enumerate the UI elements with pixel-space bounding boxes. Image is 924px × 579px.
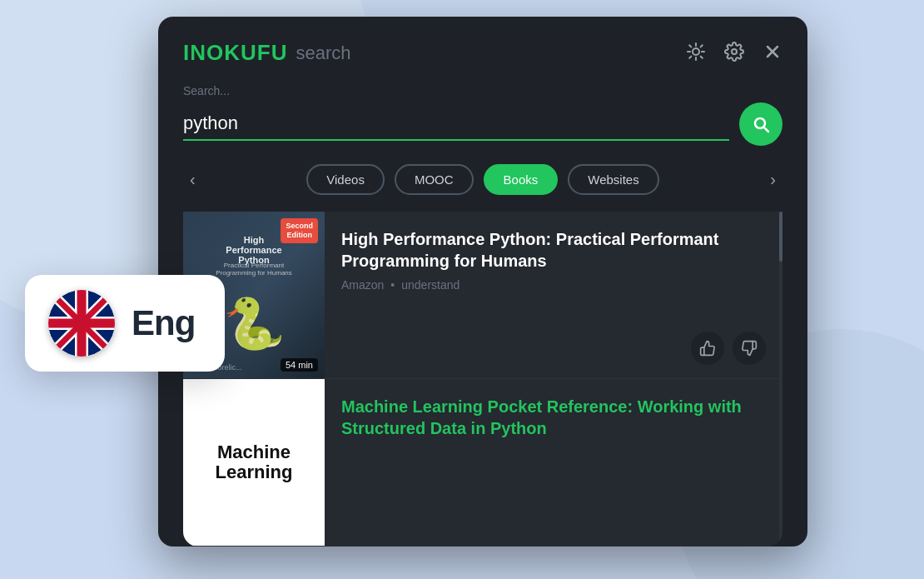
filter-row: ‹ Videos MOOC Books Websites ›	[183, 164, 782, 212]
scroll-indicator	[779, 212, 782, 547]
search-input[interactable]	[183, 107, 729, 141]
search-container: Search...	[183, 84, 782, 146]
result-title-2: Machine Learning Pocket Reference: Worki…	[341, 396, 766, 439]
header-icons	[686, 42, 782, 65]
book-cover-2: MachineLearning	[183, 379, 325, 546]
result-tag-1: understand	[401, 278, 460, 292]
cover-duration: 54 min	[281, 358, 318, 372]
result-item-2: MachineLearning Machine Learning Pocket …	[183, 379, 782, 547]
uk-flag	[48, 290, 115, 357]
next-arrow[interactable]: ›	[763, 167, 782, 192]
search-placeholder-label: Search...	[183, 84, 782, 97]
svg-point-0	[693, 48, 699, 55]
scroll-thumb[interactable]	[779, 212, 782, 262]
result-content-1: High Performance Python: Practical Perfo…	[325, 212, 782, 378]
thumbs-up-button-1[interactable]	[691, 332, 724, 365]
snake-emoji: 🐍	[223, 294, 286, 353]
search-button[interactable]	[739, 102, 782, 146]
panel-header: inokufu search	[183, 40, 782, 66]
svg-line-8	[701, 45, 703, 47]
ml-cover: MachineLearning	[183, 379, 325, 546]
thumbs-down-button-1[interactable]	[733, 332, 766, 365]
tab-websites[interactable]: Websites	[568, 164, 658, 195]
settings-icon[interactable]	[724, 42, 744, 65]
result-item-1: SecondEdition HighPerformancePython Prac…	[183, 212, 782, 379]
tab-books[interactable]: Books	[484, 164, 559, 195]
tab-videos[interactable]: Videos	[306, 164, 385, 195]
logo-text: inokufu	[183, 40, 287, 66]
result-content-2: Machine Learning Pocket Reference: Worki…	[325, 379, 782, 546]
prev-arrow[interactable]: ‹	[183, 167, 202, 192]
svg-point-9	[732, 49, 737, 54]
results-area: SecondEdition HighPerformancePython Prac…	[183, 212, 782, 547]
svg-line-4	[701, 56, 703, 57]
language-badge: Eng	[25, 275, 225, 372]
tab-mooc[interactable]: MOOC	[395, 164, 474, 195]
brightness-icon[interactable]	[686, 42, 706, 65]
filter-tabs: Videos MOOC Books Websites	[212, 164, 754, 195]
result-actions-1	[341, 332, 766, 365]
svg-line-7	[689, 56, 691, 57]
ml-cover-title: MachineLearning	[216, 442, 293, 482]
result-title-1: High Performance Python: Practical Perfo…	[341, 228, 766, 272]
search-panel: inokufu search	[158, 17, 807, 547]
result-source-1: Amazon	[341, 278, 384, 292]
close-icon[interactable]	[763, 42, 782, 65]
svg-line-3	[689, 45, 691, 47]
language-label: Eng	[132, 303, 195, 343]
svg-rect-20	[48, 319, 115, 328]
search-input-row	[183, 102, 782, 146]
result-meta-1: Amazon • understand	[341, 278, 766, 292]
logo-search-label: search	[296, 42, 350, 64]
